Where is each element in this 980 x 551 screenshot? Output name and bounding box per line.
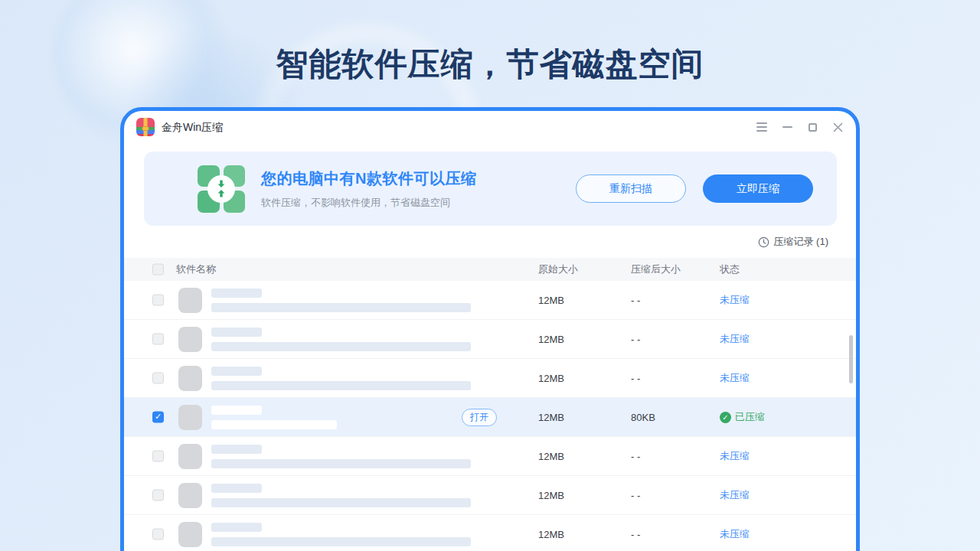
clock-icon — [758, 236, 769, 248]
table-row: 12MB - - 未压缩 — [124, 515, 856, 551]
header-software-name: 软件名称 — [176, 262, 216, 276]
app-thumbnail-placeholder — [178, 405, 202, 430]
table-row-selected: 打开 12MB 80KB ✓ 已压缩 — [124, 398, 856, 437]
original-size: 12MB — [538, 412, 564, 423]
open-button[interactable]: 打开 — [462, 409, 497, 426]
original-size: 12MB — [538, 334, 564, 345]
table-row: 12MB - - 未压缩 — [124, 359, 856, 398]
compression-records-link[interactable]: 压缩记录 (1) — [124, 226, 856, 258]
app-thumbnail-placeholder — [178, 288, 202, 313]
app-path-placeholder — [211, 420, 337, 429]
table-row: 12MB - - 未压缩 — [124, 281, 856, 320]
records-label: 压缩记录 (1) — [774, 235, 829, 249]
row-checkbox[interactable] — [152, 529, 164, 540]
app-path-placeholder — [211, 498, 471, 507]
app-path-placeholder — [211, 537, 471, 546]
app-name-placeholder — [211, 367, 262, 376]
original-size: 12MB — [538, 295, 564, 306]
original-size: 12MB — [538, 490, 564, 501]
banner-actions: 重新扫描 立即压缩 — [576, 174, 813, 203]
compressed-size: - - — [631, 451, 640, 462]
status-link[interactable]: 未压缩 — [720, 332, 750, 346]
compressed-size: - - — [631, 373, 640, 384]
table-row: 12MB - - 未压缩 — [124, 476, 856, 515]
compressed-size: 80KB — [631, 412, 655, 423]
original-size: 12MB — [538, 373, 564, 384]
window-controls — [756, 118, 844, 136]
row-checkbox[interactable] — [152, 295, 164, 306]
compress-arrows-icon — [207, 175, 235, 203]
table-row: 12MB - - 未压缩 — [124, 320, 856, 359]
original-size: 12MB — [538, 451, 564, 462]
app-name-placeholder — [211, 406, 262, 415]
app-thumbnail-placeholder — [178, 522, 202, 547]
zipper-buckle — [142, 126, 149, 131]
app-path-placeholder — [211, 303, 471, 312]
row-checkbox[interactable] — [152, 490, 164, 501]
header-compressed-size: 压缩后大小 — [631, 262, 681, 276]
app-thumbnail-placeholder — [178, 444, 202, 469]
banner-subtitle: 软件压缩，不影响软件使用，节省磁盘空间 — [261, 196, 476, 210]
banner-text: 您的电脑中有N款软件可以压缩 软件压缩，不影响软件使用，节省磁盘空间 — [261, 168, 476, 210]
app-name-placeholder — [211, 289, 262, 298]
compressed-size: - - — [631, 334, 640, 345]
app-path-placeholder — [211, 381, 471, 390]
scrollbar-thumb[interactable] — [849, 335, 853, 383]
app-thumbnail-placeholder — [178, 366, 202, 391]
select-all-checkbox[interactable] — [152, 264, 164, 276]
maximize-icon[interactable] — [806, 121, 818, 133]
app-thumbnail-placeholder — [178, 327, 202, 352]
header-original-size: 原始大小 — [538, 262, 578, 276]
app-logo-icon — [136, 118, 155, 136]
row-checkbox[interactable] — [152, 373, 164, 384]
window-titlebar: 金舟Win压缩 — [124, 111, 856, 152]
app-name-placeholder — [211, 484, 262, 493]
header-status: 状态 — [720, 262, 740, 276]
compress-now-button[interactable]: 立即压缩 — [703, 174, 813, 203]
success-check-icon: ✓ — [720, 412, 731, 423]
minimize-icon[interactable] — [781, 121, 793, 133]
status-compressed: ✓ 已压缩 — [720, 410, 765, 424]
table-row: 12MB - - 未压缩 — [124, 437, 856, 476]
scan-result-banner: 您的电脑中有N款软件可以压缩 软件压缩，不影响软件使用，节省磁盘空间 重新扫描 … — [144, 152, 837, 226]
app-name-placeholder — [211, 523, 262, 532]
status-link[interactable]: 未压缩 — [720, 488, 750, 502]
original-size: 12MB — [538, 529, 564, 540]
compressed-size: - - — [631, 529, 640, 540]
page-title: 智能软件压缩，节省磁盘空间 — [0, 43, 980, 86]
table-header: 软件名称 原始大小 压缩后大小 状态 — [124, 258, 856, 281]
status-link[interactable]: 未压缩 — [720, 449, 750, 463]
compressed-size: - - — [631, 295, 640, 306]
compress-squares-icon — [198, 165, 245, 213]
status-link[interactable]: 未压缩 — [720, 293, 750, 307]
window-title: 金舟Win压缩 — [162, 118, 223, 136]
menu-icon[interactable] — [756, 121, 768, 133]
rescan-button[interactable]: 重新扫描 — [576, 174, 686, 203]
row-checkbox[interactable] — [152, 334, 164, 345]
app-window: 金舟Win压缩 您的电脑中有N款软件可以压缩 软件压缩，不影响软件使用，节省磁盘… — [120, 107, 860, 551]
status-link[interactable]: 未压缩 — [720, 371, 750, 385]
status-text: 已压缩 — [735, 410, 765, 424]
banner-title: 您的电脑中有N款软件可以压缩 — [261, 168, 476, 189]
compressed-size: - - — [631, 490, 640, 501]
close-icon[interactable] — [831, 121, 844, 133]
app-path-placeholder — [211, 342, 471, 351]
app-name-placeholder — [211, 445, 262, 454]
row-checkbox[interactable] — [152, 451, 164, 462]
row-checkbox-checked[interactable] — [152, 412, 164, 423]
app-path-placeholder — [211, 459, 471, 468]
status-link[interactable]: 未压缩 — [720, 527, 750, 541]
app-thumbnail-placeholder — [178, 483, 202, 508]
app-name-placeholder — [211, 328, 262, 337]
